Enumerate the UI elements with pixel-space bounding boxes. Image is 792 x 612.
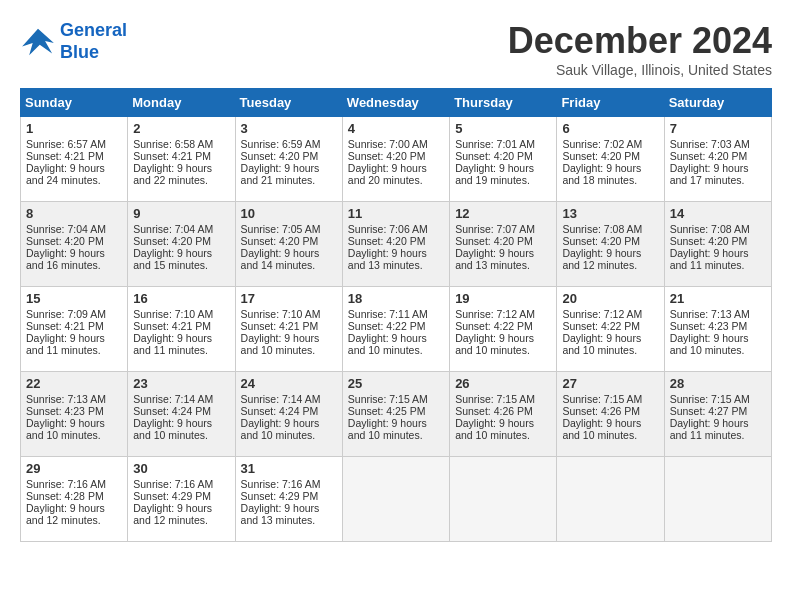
daylight-text: Daylight: 9 hours and 11 minutes. [670,417,749,441]
daylight-text: Daylight: 9 hours and 11 minutes. [670,247,749,271]
sunset-text: Sunset: 4:21 PM [133,150,211,162]
sunrise-text: Sunrise: 6:57 AM [26,138,106,150]
logo-line1: General [60,20,127,40]
day-number: 26 [455,376,551,391]
calendar-cell: 20Sunrise: 7:12 AMSunset: 4:22 PMDayligh… [557,287,664,372]
sunset-text: Sunset: 4:24 PM [133,405,211,417]
sunset-text: Sunset: 4:20 PM [562,235,640,247]
sunrise-text: Sunrise: 7:16 AM [26,478,106,490]
calendar-cell: 27Sunrise: 7:15 AMSunset: 4:26 PMDayligh… [557,372,664,457]
logo-line2: Blue [60,42,99,62]
daylight-text: Daylight: 9 hours and 10 minutes. [670,332,749,356]
day-number: 19 [455,291,551,306]
calendar-cell: 12Sunrise: 7:07 AMSunset: 4:20 PMDayligh… [450,202,557,287]
daylight-text: Daylight: 9 hours and 11 minutes. [26,332,105,356]
daylight-text: Daylight: 9 hours and 10 minutes. [455,332,534,356]
sunrise-text: Sunrise: 7:06 AM [348,223,428,235]
calendar-week-row: 22Sunrise: 7:13 AMSunset: 4:23 PMDayligh… [21,372,772,457]
sunset-text: Sunset: 4:27 PM [670,405,748,417]
day-number: 2 [133,121,229,136]
day-number: 30 [133,461,229,476]
month-title: December 2024 [508,20,772,62]
sunrise-text: Sunrise: 7:15 AM [348,393,428,405]
sunset-text: Sunset: 4:20 PM [133,235,211,247]
day-number: 3 [241,121,337,136]
calendar-header-monday: Monday [128,89,235,117]
calendar-header-row: SundayMondayTuesdayWednesdayThursdayFrid… [21,89,772,117]
sunrise-text: Sunrise: 7:12 AM [455,308,535,320]
calendar-cell: 28Sunrise: 7:15 AMSunset: 4:27 PMDayligh… [664,372,771,457]
day-number: 12 [455,206,551,221]
calendar-cell: 10Sunrise: 7:05 AMSunset: 4:20 PMDayligh… [235,202,342,287]
daylight-text: Daylight: 9 hours and 10 minutes. [241,417,320,441]
day-number: 20 [562,291,658,306]
calendar-cell: 8Sunrise: 7:04 AMSunset: 4:20 PMDaylight… [21,202,128,287]
day-number: 22 [26,376,122,391]
daylight-text: Daylight: 9 hours and 10 minutes. [562,332,641,356]
calendar-cell: 21Sunrise: 7:13 AMSunset: 4:23 PMDayligh… [664,287,771,372]
daylight-text: Daylight: 9 hours and 10 minutes. [133,417,212,441]
sunset-text: Sunset: 4:20 PM [348,150,426,162]
title-block: December 2024 Sauk Village, Illinois, Un… [508,20,772,78]
sunrise-text: Sunrise: 7:16 AM [241,478,321,490]
calendar-header-wednesday: Wednesday [342,89,449,117]
daylight-text: Daylight: 9 hours and 10 minutes. [562,417,641,441]
calendar-cell: 26Sunrise: 7:15 AMSunset: 4:26 PMDayligh… [450,372,557,457]
calendar-cell [664,457,771,542]
day-number: 17 [241,291,337,306]
daylight-text: Daylight: 9 hours and 13 minutes. [455,247,534,271]
calendar-cell: 1Sunrise: 6:57 AMSunset: 4:21 PMDaylight… [21,117,128,202]
sunrise-text: Sunrise: 7:09 AM [26,308,106,320]
page-header: General Blue December 2024 Sauk Village,… [20,20,772,78]
day-number: 13 [562,206,658,221]
calendar-week-row: 1Sunrise: 6:57 AMSunset: 4:21 PMDaylight… [21,117,772,202]
sunrise-text: Sunrise: 7:08 AM [562,223,642,235]
day-number: 29 [26,461,122,476]
location-title: Sauk Village, Illinois, United States [508,62,772,78]
sunrise-text: Sunrise: 7:04 AM [133,223,213,235]
calendar-cell [450,457,557,542]
calendar-cell: 2Sunrise: 6:58 AMSunset: 4:21 PMDaylight… [128,117,235,202]
svg-marker-0 [22,28,54,54]
sunset-text: Sunset: 4:21 PM [133,320,211,332]
day-number: 27 [562,376,658,391]
day-number: 18 [348,291,444,306]
day-number: 15 [26,291,122,306]
calendar-cell: 13Sunrise: 7:08 AMSunset: 4:20 PMDayligh… [557,202,664,287]
daylight-text: Daylight: 9 hours and 12 minutes. [133,502,212,526]
calendar-cell: 15Sunrise: 7:09 AMSunset: 4:21 PMDayligh… [21,287,128,372]
sunrise-text: Sunrise: 7:01 AM [455,138,535,150]
sunrise-text: Sunrise: 7:16 AM [133,478,213,490]
sunrise-text: Sunrise: 7:15 AM [455,393,535,405]
day-number: 9 [133,206,229,221]
calendar-cell: 14Sunrise: 7:08 AMSunset: 4:20 PMDayligh… [664,202,771,287]
day-number: 14 [670,206,766,221]
calendar-header-tuesday: Tuesday [235,89,342,117]
sunset-text: Sunset: 4:20 PM [348,235,426,247]
day-number: 11 [348,206,444,221]
day-number: 7 [670,121,766,136]
sunset-text: Sunset: 4:20 PM [670,235,748,247]
calendar-cell: 5Sunrise: 7:01 AMSunset: 4:20 PMDaylight… [450,117,557,202]
sunset-text: Sunset: 4:23 PM [670,320,748,332]
daylight-text: Daylight: 9 hours and 24 minutes. [26,162,105,186]
calendar-cell: 23Sunrise: 7:14 AMSunset: 4:24 PMDayligh… [128,372,235,457]
sunset-text: Sunset: 4:20 PM [241,150,319,162]
daylight-text: Daylight: 9 hours and 10 minutes. [348,417,427,441]
calendar-cell [557,457,664,542]
calendar-cell [342,457,449,542]
calendar-cell: 3Sunrise: 6:59 AMSunset: 4:20 PMDaylight… [235,117,342,202]
sunrise-text: Sunrise: 7:07 AM [455,223,535,235]
sunrise-text: Sunrise: 7:12 AM [562,308,642,320]
sunrise-text: Sunrise: 6:58 AM [133,138,213,150]
daylight-text: Daylight: 9 hours and 13 minutes. [241,502,320,526]
sunrise-text: Sunrise: 7:08 AM [670,223,750,235]
sunrise-text: Sunrise: 7:10 AM [241,308,321,320]
day-number: 5 [455,121,551,136]
day-number: 10 [241,206,337,221]
daylight-text: Daylight: 9 hours and 12 minutes. [26,502,105,526]
sunset-text: Sunset: 4:26 PM [562,405,640,417]
calendar-header-friday: Friday [557,89,664,117]
sunset-text: Sunset: 4:24 PM [241,405,319,417]
day-number: 31 [241,461,337,476]
